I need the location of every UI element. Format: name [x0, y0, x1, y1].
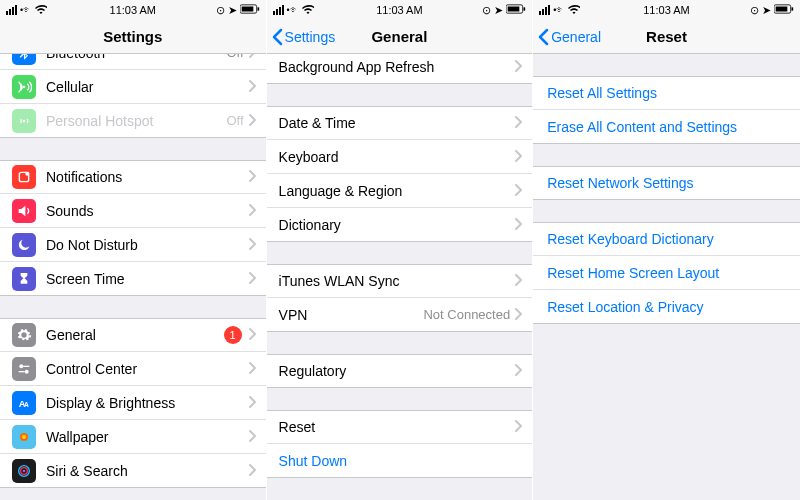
chevron-right-icon [514, 149, 522, 165]
cell-label: Sounds [46, 203, 248, 219]
erase-all-content-cell[interactable]: Erase All Content and Settings [533, 110, 800, 144]
back-label: Settings [285, 29, 336, 45]
chevron-right-icon [248, 271, 256, 287]
siri-cell[interactable]: Siri & Search [0, 454, 266, 488]
cell-value: Not Connected [423, 307, 510, 322]
cell-label: Display & Brightness [46, 395, 248, 411]
battery-icon [774, 4, 794, 16]
reset-home-screen-cell[interactable]: Reset Home Screen Layout [533, 256, 800, 290]
phone-screen3: •ᯤ 11:03 AM ⊙ ➤ General Reset Reset All … [533, 0, 800, 500]
dnd-cell[interactable]: Do Not Disturb [0, 228, 266, 262]
bg-app-refresh-cell[interactable]: Background App Refresh [267, 54, 533, 84]
sounds-cell[interactable]: Sounds [0, 194, 266, 228]
cell-value: Off [226, 54, 243, 60]
hotspot-icon [12, 109, 36, 133]
cell-label: General [46, 327, 224, 343]
status-bar: •ᯤ 11:03 AM ⊙ ➤ [0, 0, 266, 20]
content-scroll[interactable]: Bluetooth Off Cellular Personal Hotspot … [0, 54, 266, 500]
bluetooth-cell[interactable]: Bluetooth Off [0, 54, 266, 70]
cell-label: Wallpaper [46, 429, 248, 445]
chevron-right-icon [248, 237, 256, 253]
svg-point-4 [23, 119, 26, 122]
general-cell[interactable]: General 1 [0, 318, 266, 352]
cellular-cell[interactable]: Cellular [0, 70, 266, 104]
screentime-cell[interactable]: Screen Time [0, 262, 266, 296]
status-bar: •ᯤ 11:03 AM ⊙ ➤ [267, 0, 533, 20]
back-button[interactable]: General [537, 28, 601, 46]
cell-label: Do Not Disturb [46, 237, 248, 253]
page-title: General [371, 28, 427, 45]
alarm-icon: ⊙ [482, 4, 491, 17]
reset-cell[interactable]: Reset [267, 410, 533, 444]
svg-rect-8 [23, 365, 29, 366]
cell-label: Screen Time [46, 271, 248, 287]
chevron-left-icon [537, 28, 549, 46]
page-title: Settings [103, 28, 162, 45]
cell-label: Date & Time [279, 115, 515, 131]
phone-screen2: •ᯤ 11:03 AM ⊙ ➤ Settings General Backgro… [267, 0, 534, 500]
content-scroll[interactable]: Background App Refresh Date & Time Keybo… [267, 54, 533, 500]
reset-network-cell[interactable]: Reset Network Settings [533, 166, 800, 200]
section-gap [267, 388, 533, 410]
cell-label: Reset [279, 419, 515, 435]
cell-label: Regulatory [279, 363, 515, 379]
language-region-cell[interactable]: Language & Region [267, 174, 533, 208]
section-gap [533, 200, 800, 222]
nav-bar: Settings [0, 20, 266, 54]
svg-text:A: A [24, 401, 29, 408]
section-gap [533, 144, 800, 166]
page-title: Reset [646, 28, 687, 45]
reset-location-privacy-cell[interactable]: Reset Location & Privacy [533, 290, 800, 324]
section-gap [267, 332, 533, 354]
keyboard-cell[interactable]: Keyboard [267, 140, 533, 174]
chevron-right-icon [514, 59, 522, 75]
cell-label: Keyboard [279, 149, 515, 165]
regulatory-cell[interactable]: Regulatory [267, 354, 533, 388]
control-center-cell[interactable]: Control Center [0, 352, 266, 386]
reset-all-settings-cell[interactable]: Reset All Settings [533, 76, 800, 110]
notifications-icon [12, 165, 36, 189]
signal-icon [539, 5, 550, 15]
svg-rect-10 [19, 371, 25, 372]
display-icon: AA [12, 391, 36, 415]
chevron-right-icon [248, 54, 256, 61]
dictionary-cell[interactable]: Dictionary [267, 208, 533, 242]
display-cell[interactable]: AA Display & Brightness [0, 386, 266, 420]
svg-rect-19 [508, 7, 520, 12]
vpn-cell[interactable]: VPN Not Connected [267, 298, 533, 332]
status-time: 11:03 AM [110, 4, 156, 16]
back-button[interactable]: Settings [271, 28, 336, 46]
cell-label: VPN [279, 307, 424, 323]
date-time-cell[interactable]: Date & Time [267, 106, 533, 140]
wifi-icon [302, 4, 314, 16]
cell-label: Dictionary [279, 217, 515, 233]
content-scroll[interactable]: Reset All Settings Erase All Content and… [533, 54, 800, 500]
moon-icon [12, 233, 36, 257]
shut-down-cell[interactable]: Shut Down [267, 444, 533, 478]
section-gap [267, 478, 533, 500]
svg-point-17 [23, 469, 26, 472]
carrier-icon: •ᯤ [20, 5, 32, 15]
chevron-right-icon [248, 113, 256, 129]
chevron-right-icon [248, 79, 256, 95]
cell-label: Reset Network Settings [547, 175, 790, 191]
itunes-wlan-sync-cell[interactable]: iTunes WLAN Sync [267, 264, 533, 298]
svg-rect-2 [257, 7, 259, 10]
chevron-right-icon [514, 363, 522, 379]
status-time: 11:03 AM [643, 4, 689, 16]
sounds-icon [12, 199, 36, 223]
cell-label: Control Center [46, 361, 248, 377]
hotspot-cell[interactable]: Personal Hotspot Off [0, 104, 266, 138]
cell-label: Notifications [46, 169, 248, 185]
battery-icon [240, 4, 260, 16]
svg-point-7 [19, 364, 23, 368]
reset-keyboard-dict-cell[interactable]: Reset Keyboard Dictionary [533, 222, 800, 256]
chevron-right-icon [514, 307, 522, 323]
hourglass-icon [12, 267, 36, 291]
notifications-cell[interactable]: Notifications [0, 160, 266, 194]
alarm-icon: ⊙ [750, 4, 759, 17]
wallpaper-cell[interactable]: Wallpaper [0, 420, 266, 454]
wifi-icon [568, 4, 580, 16]
bluetooth-icon [12, 54, 36, 65]
chevron-left-icon [271, 28, 283, 46]
